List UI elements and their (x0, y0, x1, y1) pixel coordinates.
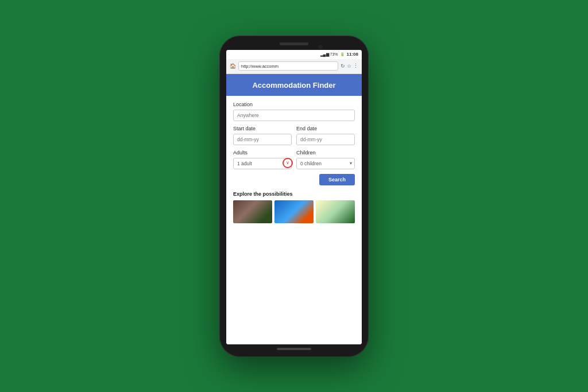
menu-icon[interactable]: ⋮ (353, 63, 358, 69)
end-date-group: End date (296, 126, 355, 145)
app-header: Accommodation Finder (226, 74, 362, 96)
home-icon[interactable]: 🏠 (230, 63, 236, 69)
children-select-wrapper: 0 children 1 child 2 children ▾ (296, 157, 355, 169)
url-text: http://www.accomm (241, 64, 278, 69)
status-bar: ▂▄▆ 73% 🔋 11:08 (226, 50, 362, 59)
time-display: 11:08 (347, 52, 358, 57)
phone-device: ▂▄▆ 73% 🔋 11:08 🏠 http://www.accomm ↻ ☆ … (219, 36, 369, 357)
explore-image-villa (316, 200, 355, 223)
search-btn-row: Search (233, 174, 355, 185)
app-title: Accommodation Finder (252, 81, 335, 90)
end-date-input[interactable] (296, 134, 355, 145)
start-date-group: Start date (233, 126, 292, 145)
bookmark-icon[interactable]: ☆ (347, 63, 351, 69)
explore-image-pool (274, 200, 314, 223)
browser-toolbar: 🏠 http://www.accomm ↻ ☆ ⋮ (226, 59, 362, 74)
guests-row: Adults 1 adult 2 adults 3 adults Childre… (233, 150, 355, 169)
adults-select[interactable]: 1 adult 2 adults 3 adults (233, 158, 292, 169)
signal-indicator: ▂▄▆ 73% (320, 52, 338, 57)
start-date-input[interactable] (233, 134, 292, 145)
browser-actions: ↻ ☆ ⋮ (341, 63, 358, 69)
explore-image-hotel (233, 200, 272, 223)
phone-speaker (280, 42, 308, 45)
home-indicator[interactable] (277, 348, 311, 350)
end-date-label: End date (296, 126, 355, 131)
adults-group: Adults 1 adult 2 adults 3 adults (233, 150, 292, 169)
adults-select-wrapper: 1 adult 2 adults 3 adults (233, 157, 292, 169)
app-content: Location Start date End date Adults (226, 96, 362, 344)
search-button[interactable]: Search (319, 174, 355, 185)
location-input[interactable] (233, 110, 355, 121)
explore-label: Explore the possibilities (233, 191, 355, 197)
children-group: Children 0 children 1 child 2 children ▾ (296, 150, 355, 169)
battery-indicator: 🔋 (340, 52, 345, 57)
phone-screen: ▂▄▆ 73% 🔋 11:08 🏠 http://www.accomm ↻ ☆ … (226, 50, 362, 344)
location-group: Location (233, 102, 355, 121)
start-date-label: Start date (233, 126, 292, 131)
date-row: Start date End date (233, 126, 355, 145)
explore-images (233, 200, 355, 223)
reload-icon[interactable]: ↻ (341, 63, 345, 69)
adults-label: Adults (233, 150, 292, 156)
phone-camera (318, 45, 323, 49)
children-select[interactable]: 0 children 1 child 2 children (296, 158, 355, 169)
children-label: Children (296, 150, 355, 156)
url-bar[interactable]: http://www.accomm (238, 61, 338, 71)
location-label: Location (233, 102, 355, 107)
